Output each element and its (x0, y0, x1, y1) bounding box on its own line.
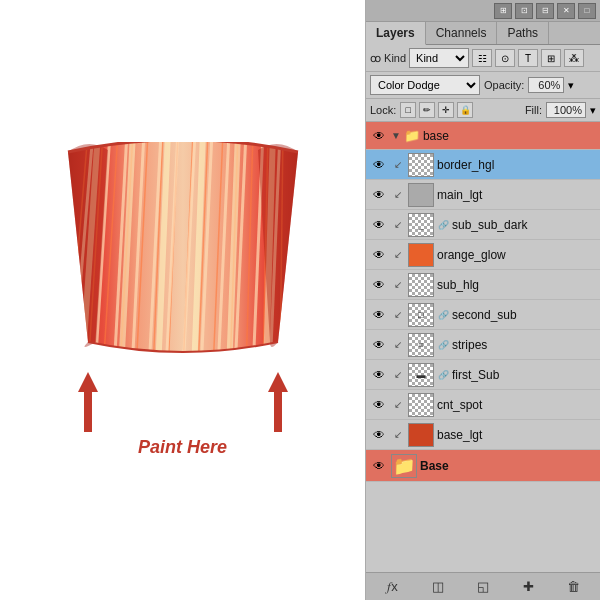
chain-icon-second-sub: ↙ (391, 306, 405, 324)
layer-row-main-lgt[interactable]: 👁 ↙ main_lgt (366, 180, 600, 210)
opacity-input[interactable] (528, 77, 564, 93)
chain-icon-sub-sub-dark: ↙ (391, 216, 405, 234)
layer-name-base-group: base (423, 129, 596, 143)
layer-row-base-lgt[interactable]: 👁 ↙ base_lgt (366, 420, 600, 450)
link-icon-stripes: 🔗 (437, 336, 449, 354)
bottom-icon-delete[interactable]: 🗑 (562, 577, 584, 597)
thumb-cnt-spot (408, 393, 434, 417)
fill-arrow[interactable]: ▾ (590, 104, 596, 117)
thumb-base-main: 📁 (391, 454, 417, 478)
fill-input[interactable] (546, 102, 586, 118)
chain-icon-sub-hlg: ↙ (391, 276, 405, 294)
toolbar-icon-1[interactable]: ⊞ (494, 3, 512, 19)
layer-row-cnt-spot[interactable]: 👁 ↙ cnt_spot (366, 390, 600, 420)
lock-icons: □ ✏ ✛ 🔒 (400, 102, 473, 118)
layer-name-border-hgl: border_hgl (437, 158, 596, 172)
expand-icon-base[interactable]: ▼ (391, 130, 401, 141)
lock-icon-move[interactable]: ✛ (438, 102, 454, 118)
bottom-icon-adjust[interactable]: ◫ (427, 577, 449, 597)
layers-list: 👁 ▼ 📁 base 👁 ↙ border_hgl 👁 ↙ main_lgt 👁… (366, 122, 600, 572)
kind-row: ꝏ Kind Kind ☷ ⊙ T ⊞ ⁂ (366, 45, 600, 72)
chain-icon-cnt-spot: ↙ (391, 396, 405, 414)
layer-row-sub-hlg[interactable]: 👁 ↙ sub_hlg (366, 270, 600, 300)
thumb-base-lgt (408, 423, 434, 447)
opacity-arrow[interactable]: ▾ (568, 79, 574, 92)
eye-icon-second-sub[interactable]: 👁 (370, 306, 388, 324)
eye-icon-sub-sub-dark[interactable]: 👁 (370, 216, 388, 234)
blend-mode-select[interactable]: Color Dodge (370, 75, 480, 95)
cupcake-illustration (38, 142, 328, 362)
tab-paths[interactable]: Paths (497, 22, 549, 44)
kind-select[interactable]: Kind (409, 48, 469, 68)
eye-icon-border-hgl[interactable]: 👁 (370, 156, 388, 174)
fill-label: Fill: (525, 104, 542, 116)
eye-icon-stripes[interactable]: 👁 (370, 336, 388, 354)
eye-icon-orange-glow[interactable]: 👁 (370, 246, 388, 264)
layer-name-sub-hlg: sub_hlg (437, 278, 596, 292)
eye-icon-cnt-spot[interactable]: 👁 (370, 396, 388, 414)
svg-marker-33 (268, 372, 288, 432)
kind-icon-adjust[interactable]: ⊙ (495, 49, 515, 67)
link-icon-sub-sub-dark: 🔗 (437, 216, 449, 234)
panel-bottom: 𝑓x ◫ ◱ ✚ 🗑 (366, 572, 600, 600)
layer-row-border-hgl[interactable]: 👁 ↙ border_hgl (366, 150, 600, 180)
eye-icon-base-group[interactable]: 👁 (370, 127, 388, 145)
chain-icon-first-sub: ↙ (391, 366, 405, 384)
layer-row-orange-glow[interactable]: 👁 ↙ orange_glow (366, 240, 600, 270)
thumb-main-lgt (408, 183, 434, 207)
eye-icon-base-lgt[interactable]: 👁 (370, 426, 388, 444)
panel-toolbar-top: ⊞ ⊡ ⊟ ✕ □ (366, 0, 600, 22)
eye-icon-sub-hlg[interactable]: 👁 (370, 276, 388, 294)
chain-icon-border-hgl: ↙ (391, 156, 405, 174)
toolbar-icon-4[interactable]: ✕ (557, 3, 575, 19)
toolbar-icon-5[interactable]: □ (578, 3, 596, 19)
toolbar-icon-2[interactable]: ⊡ (515, 3, 533, 19)
layer-row-sub-sub-dark[interactable]: 👁 ↙ _ 🔗 sub_sub_dark (366, 210, 600, 240)
chain-icon-main-lgt: ↙ (391, 186, 405, 204)
canvas-area: Paint Here (0, 0, 365, 600)
layer-row-stripes[interactable]: 👁 ↙ ≡ 🔗 stripes (366, 330, 600, 360)
chain-icon-orange-glow: ↙ (391, 246, 405, 264)
kind-icon-shape[interactable]: ⊞ (541, 49, 561, 67)
thumb-sub-sub-dark: _ (408, 213, 434, 237)
chain-icon-base-lgt: ↙ (391, 426, 405, 444)
opacity-label: Opacity: (484, 79, 524, 91)
toolbar-icon-3[interactable]: ⊟ (536, 3, 554, 19)
layer-name-sub-sub-dark: sub_sub_dark (452, 218, 596, 232)
layer-row-base-main[interactable]: 👁 📁 Base (366, 450, 600, 482)
thumb-stripes: ≡ (408, 333, 434, 357)
group-row-base[interactable]: 👁 ▼ 📁 base (366, 122, 600, 150)
lock-icon-all[interactable]: 🔒 (457, 102, 473, 118)
eye-icon-first-sub[interactable]: 👁 (370, 366, 388, 384)
paint-here-label: Paint Here (138, 437, 227, 458)
link-icon-second-sub: 🔗 (437, 306, 449, 324)
left-arrow (73, 372, 103, 432)
tab-channels[interactable]: Channels (426, 22, 498, 44)
thumb-first-sub: ▬ (408, 363, 434, 387)
thumb-second-sub: □ (408, 303, 434, 327)
bottom-icon-group[interactable]: ◱ (472, 577, 494, 597)
link-icon-first-sub: 🔗 (437, 366, 449, 384)
thumb-orange-glow (408, 243, 434, 267)
tab-layers[interactable]: Layers (366, 22, 426, 45)
folder-icon-base: 📁 (404, 128, 420, 143)
layer-name-first-sub: first_Sub (452, 368, 596, 382)
layer-name-orange-glow: orange_glow (437, 248, 596, 262)
layer-name-base-lgt: base_lgt (437, 428, 596, 442)
lock-icon-pixels[interactable]: □ (400, 102, 416, 118)
thumb-border-hgl (408, 153, 434, 177)
layer-name-second-sub: second_sub (452, 308, 596, 322)
layer-row-first-sub[interactable]: 👁 ↙ ▬ 🔗 first_Sub (366, 360, 600, 390)
eye-icon-base-main[interactable]: 👁 (370, 457, 388, 475)
lock-icon-paint[interactable]: ✏ (419, 102, 435, 118)
kind-icon-image[interactable]: ☷ (472, 49, 492, 67)
eye-icon-main-lgt[interactable]: 👁 (370, 186, 388, 204)
cupcake-wrapper: Paint Here (33, 140, 333, 460)
layer-row-second-sub[interactable]: 👁 ↙ □ 🔗 second_sub (366, 300, 600, 330)
blend-row: Color Dodge Opacity: ▾ (366, 72, 600, 99)
kind-icon-text[interactable]: T (518, 49, 538, 67)
kind-label: ꝏ Kind (370, 52, 406, 65)
bottom-icon-fx[interactable]: 𝑓x (382, 577, 404, 597)
kind-icon-smart[interactable]: ⁂ (564, 49, 584, 67)
bottom-icon-new[interactable]: ✚ (517, 577, 539, 597)
